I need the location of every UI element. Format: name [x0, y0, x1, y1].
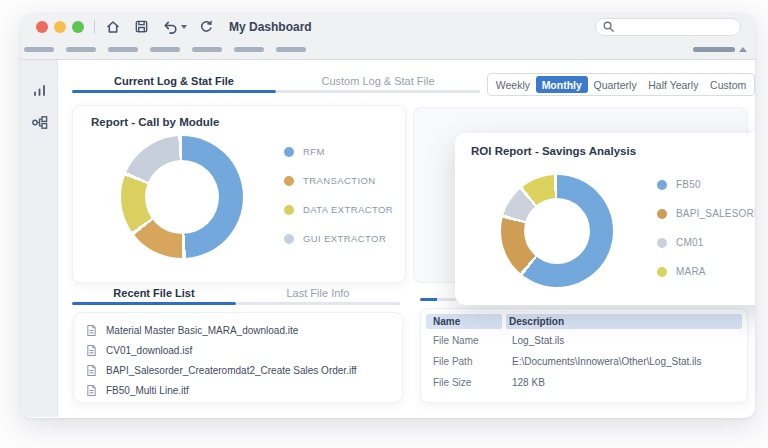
table-header-description: Description: [506, 314, 742, 329]
legend-dot: [284, 176, 294, 186]
undo-icon: [162, 19, 178, 35]
page: My Dashboard: [0, 0, 768, 448]
menu-bar: [21, 40, 755, 60]
file-list-item[interactable]: Material Master Basic_MARA_download.ite: [86, 320, 390, 340]
legend-item[interactable]: TRANSACTION: [284, 166, 393, 195]
workflow-icon: [31, 114, 48, 131]
save-icon[interactable]: [134, 19, 149, 34]
title-bar: My Dashboard: [21, 13, 755, 40]
legend-dot: [657, 180, 667, 190]
recent-file-list-card: Material Master Basic_MARA_download.ite …: [73, 312, 403, 403]
menu-item-placeholder-right[interactable]: [693, 47, 735, 52]
legend-dot: [657, 238, 667, 248]
refresh-icon[interactable]: [199, 19, 214, 34]
log-file-tabs: Current Log & Stat File Custom Log & Sta…: [72, 74, 480, 93]
minimize-window-button[interactable]: [54, 21, 66, 33]
maximize-window-button[interactable]: [72, 21, 84, 33]
file-list-tabs: Recent File List Last File Info: [72, 286, 400, 305]
hidden-tab-active-underline: [420, 298, 437, 301]
menu-item-placeholder[interactable]: [276, 47, 306, 52]
card-title: ROI Report - Savings Analysis: [471, 145, 636, 157]
card-title: Report - Call by Module: [91, 116, 219, 128]
document-icon: [86, 384, 97, 397]
legend-item[interactable]: FB50: [657, 170, 755, 199]
legend-dot: [657, 209, 667, 219]
menu-item-placeholder[interactable]: [234, 47, 264, 52]
search-icon: [602, 20, 615, 33]
document-icon: [86, 344, 97, 357]
dashboard-content: Current Log & Stat File Custom Log & Sta…: [58, 60, 755, 417]
menu-item-placeholder[interactable]: [24, 47, 54, 52]
menu-item-placeholder[interactable]: [150, 47, 180, 52]
sidebar-item-workflow[interactable]: [31, 114, 48, 131]
tab-underline: [236, 302, 400, 305]
collapse-up-icon[interactable]: [739, 47, 747, 52]
legend-item[interactable]: BAPI_SALESORDER_C..: [657, 199, 755, 228]
tab-recent-file-list[interactable]: Recent File List: [72, 286, 236, 305]
legend-item[interactable]: RFM: [284, 137, 393, 166]
period-half-yearly-button[interactable]: Half Yearly: [642, 76, 704, 93]
bar-chart-icon: [31, 82, 48, 99]
table-row[interactable]: File Name Log_Stat.ils: [426, 330, 742, 350]
tab-custom-log-stat-file[interactable]: Custom Log & Stat File: [276, 74, 480, 93]
tab-active-underline: [72, 302, 236, 305]
toolbar-divider: [94, 20, 95, 34]
chart-legend: FB50 BAPI_SALESORDER_C.. CM01 MARA: [657, 170, 755, 286]
tab-last-file-info[interactable]: Last File Info: [236, 286, 400, 305]
file-list-item[interactable]: CV01_download.isf: [86, 340, 390, 360]
legend-item[interactable]: GUI EXTRACTOR: [284, 224, 393, 253]
legend-dot: [657, 267, 667, 277]
undo-dropdown-icon[interactable]: [181, 25, 187, 29]
tab-active-underline: [72, 90, 276, 93]
file-list-item[interactable]: BAPI_Salesorder_Createromdat2_Create Sal…: [86, 360, 390, 380]
tab-current-log-stat-file[interactable]: Current Log & Stat File: [72, 74, 276, 93]
menu-item-placeholder[interactable]: [66, 47, 96, 52]
roi-report-card: ROI Report - Savings Analysis FB50 BAPI_…: [455, 133, 755, 305]
legend-item[interactable]: MARA: [657, 257, 755, 286]
document-icon: [86, 324, 97, 337]
document-icon: [86, 364, 97, 377]
table-header-row: Name Description: [426, 314, 742, 329]
sidebar-item-analytics[interactable]: [31, 82, 48, 99]
roi-donut-chart[interactable]: [501, 175, 613, 287]
period-monthly-button[interactable]: Monthly: [536, 76, 588, 93]
call-by-module-donut-chart[interactable]: [121, 136, 243, 258]
legend-dot: [284, 205, 294, 215]
file-list-item[interactable]: FB50_Multi Line.itf: [86, 380, 390, 400]
legend-dot: [284, 147, 294, 157]
period-custom-button[interactable]: Custom: [704, 76, 752, 93]
call-by-module-card: Report - Call by Module RFM TRANSACTION: [72, 105, 406, 283]
undo-button[interactable]: [162, 19, 187, 35]
legend-item[interactable]: DATA EXTRACTOR: [284, 195, 393, 224]
home-icon[interactable]: [105, 19, 121, 35]
chart-legend: RFM TRANSACTION DATA EXTRACTOR GUI: [284, 137, 393, 253]
close-window-button[interactable]: [36, 21, 48, 33]
app-window: My Dashboard: [21, 13, 755, 418]
table-row[interactable]: File Path E:\Documents\Innowera\Other\Lo…: [426, 351, 742, 371]
period-weekly-button[interactable]: Weekly: [490, 76, 536, 93]
left-sidebar: [21, 60, 58, 417]
period-quarterly-button[interactable]: Quarterly: [588, 76, 643, 93]
menu-item-placeholder[interactable]: [192, 47, 222, 52]
window-title: My Dashboard: [229, 20, 312, 34]
file-info-table-card: Name Description File Name Log_Stat.ils …: [420, 308, 748, 403]
tab-underline: [276, 90, 480, 93]
legend-dot: [284, 234, 294, 244]
menu-item-placeholder[interactable]: [108, 47, 138, 52]
table-header-name: Name: [426, 314, 502, 329]
legend-item[interactable]: CM01: [657, 228, 755, 257]
table-row[interactable]: File Size 128 KB: [426, 372, 742, 392]
search-input[interactable]: [595, 18, 741, 36]
period-selector: Weekly Monthly Quarterly Half Yearly Cus…: [487, 73, 755, 96]
